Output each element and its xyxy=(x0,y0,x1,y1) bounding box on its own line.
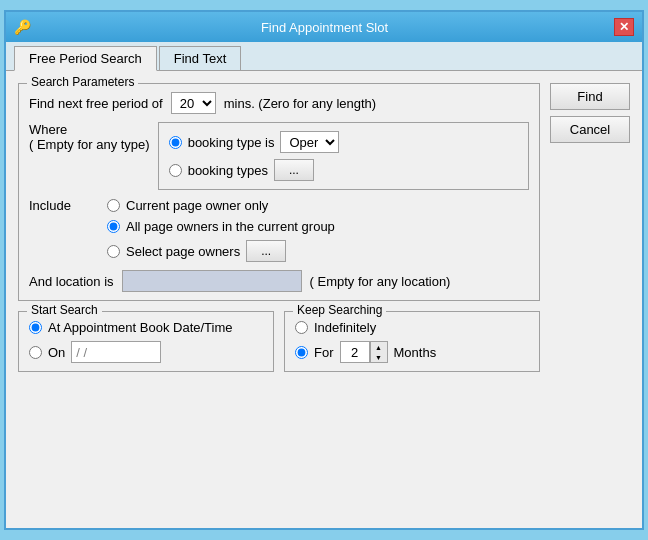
keep-radio-1[interactable] xyxy=(295,346,308,359)
include-radio-0[interactable] xyxy=(107,199,120,212)
months-up-button[interactable]: ▲ xyxy=(371,342,387,352)
keep-radio-0[interactable] xyxy=(295,321,308,334)
booking-types-row: booking types ... xyxy=(169,159,518,181)
booking-type-is-label: booking type is xyxy=(188,135,275,150)
tab-free-period[interactable]: Free Period Search xyxy=(14,46,157,71)
booking-group: booking type is Oper Any New booking typ… xyxy=(158,122,529,190)
tab-bar: Free Period Search Find Text xyxy=(6,42,642,71)
content-area: Search Parameters Find next free period … xyxy=(6,71,642,528)
include-radio-1[interactable] xyxy=(107,220,120,233)
where-row: Where ( Empty for any type) booking type… xyxy=(29,122,529,190)
include-option-2-row: Select page owners ... xyxy=(107,240,335,262)
select-page-owners-ellipsis-button[interactable]: ... xyxy=(246,240,286,262)
booking-type-is-row: booking type is Oper Any New xyxy=(169,131,518,153)
include-label: Include xyxy=(29,198,99,213)
start-search-group: Start Search At Appointment Book Date/Ti… xyxy=(18,311,274,372)
months-input[interactable] xyxy=(340,341,370,363)
start-label-1: On xyxy=(48,345,65,360)
months-down-button[interactable]: ▼ xyxy=(371,352,387,362)
booking-type-select[interactable]: Oper Any New xyxy=(280,131,339,153)
include-options-group: Current page owner only All page owners … xyxy=(107,198,335,262)
include-radio-2[interactable] xyxy=(107,245,120,258)
include-row: Include Current page owner only All page… xyxy=(29,198,529,262)
location-row: And location is ( Empty for any location… xyxy=(29,270,529,292)
booking-types-label: booking types xyxy=(188,163,268,178)
include-label-2: Select page owners xyxy=(126,244,240,259)
start-option-0-row: At Appointment Book Date/Time xyxy=(29,320,263,335)
key-icon: 🔑 xyxy=(14,19,31,35)
where-label: Where ( Empty for any type) xyxy=(29,122,150,152)
find-period-prefix: Find next free period of xyxy=(29,96,163,111)
location-label: And location is xyxy=(29,274,114,289)
start-radio-0[interactable] xyxy=(29,321,42,334)
months-label: Months xyxy=(394,345,437,360)
location-input[interactable] xyxy=(122,270,302,292)
start-label-0: At Appointment Book Date/Time xyxy=(48,320,233,335)
include-label-1: All page owners in the current group xyxy=(126,219,335,234)
start-option-1-row: On xyxy=(29,341,263,363)
start-date-input[interactable] xyxy=(71,341,161,363)
bottom-row: Start Search At Appointment Book Date/Ti… xyxy=(18,311,540,372)
keep-searching-options: Indefinitely For ▲ ▼ xyxy=(295,320,529,363)
cancel-button[interactable]: Cancel xyxy=(550,116,630,143)
start-search-label: Start Search xyxy=(27,303,102,317)
keep-label-0: Indefinitely xyxy=(314,320,376,335)
months-arrows: ▲ ▼ xyxy=(370,341,388,363)
tab-find-text[interactable]: Find Text xyxy=(159,46,242,70)
include-option-0-row: Current page owner only xyxy=(107,198,335,213)
start-search-options: At Appointment Book Date/Time On xyxy=(29,320,263,363)
search-params-label: Search Parameters xyxy=(27,75,138,89)
booking-type-is-radio[interactable] xyxy=(169,136,182,149)
include-option-1-row: All page owners in the current group xyxy=(107,219,335,234)
booking-types-radio[interactable] xyxy=(169,164,182,177)
side-panel: Find Cancel xyxy=(550,83,630,516)
booking-types-ellipsis-button[interactable]: ... xyxy=(274,159,314,181)
months-spinbox: ▲ ▼ xyxy=(340,341,388,363)
find-button[interactable]: Find xyxy=(550,83,630,110)
location-hint: ( Empty for any location) xyxy=(310,274,451,289)
include-label-0: Current page owner only xyxy=(126,198,268,213)
keep-searching-group: Keep Searching Indefinitely For xyxy=(284,311,540,372)
search-params-group: Search Parameters Find next free period … xyxy=(18,83,540,301)
close-button[interactable]: ✕ xyxy=(614,18,634,36)
keep-searching-label: Keep Searching xyxy=(293,303,386,317)
start-radio-1[interactable] xyxy=(29,346,42,359)
keep-option-1-row: For ▲ ▼ Months xyxy=(295,341,529,363)
find-period-row: Find next free period of 20 10 15 30 60 … xyxy=(29,92,529,114)
title-bar: 🔑 Find Appointment Slot ✕ xyxy=(6,12,642,42)
find-period-suffix: mins. (Zero for any length) xyxy=(224,96,376,111)
window-title: Find Appointment Slot xyxy=(35,20,614,35)
main-panel: Search Parameters Find next free period … xyxy=(18,83,540,516)
main-window: 🔑 Find Appointment Slot ✕ Free Period Se… xyxy=(4,10,644,530)
keep-label-1: For xyxy=(314,345,334,360)
period-select[interactable]: 20 10 15 30 60 xyxy=(171,92,216,114)
keep-option-0-row: Indefinitely xyxy=(295,320,529,335)
